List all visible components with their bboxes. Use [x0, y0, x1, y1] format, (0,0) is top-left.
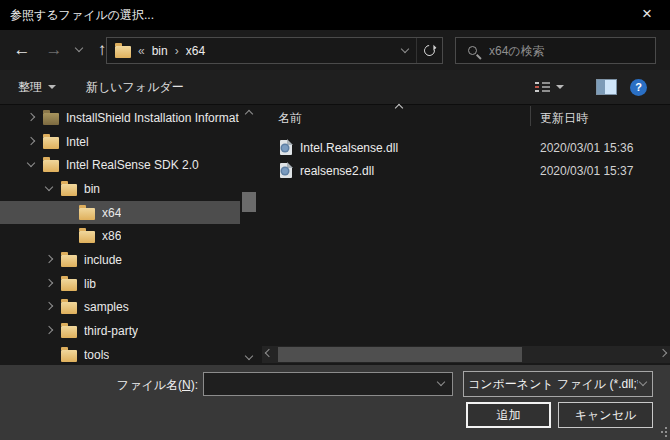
- column-divider[interactable]: [530, 106, 531, 126]
- new-folder-label: 新しいフォルダー: [86, 79, 184, 96]
- filename-dropdown-icon[interactable]: [436, 379, 446, 389]
- folder-icon: [61, 326, 77, 338]
- address-bar[interactable]: « bin › x64: [106, 37, 443, 64]
- tree-expander-icon[interactable]: [26, 113, 36, 123]
- search-box[interactable]: [455, 37, 656, 64]
- command-toolbar: 整理 新しいフォルダー ?: [0, 70, 670, 105]
- tree-item-label: samples: [84, 300, 129, 314]
- tree-expander-icon[interactable]: [62, 231, 72, 241]
- folder-icon: [61, 302, 77, 314]
- tree-item-label: x86: [102, 229, 121, 243]
- tree-scrollbar[interactable]: [241, 106, 257, 365]
- tree-item-label: InstallShield Installation Informat: [66, 111, 239, 125]
- file-dialog-window: 参照するファイルの選択... × ← → ↑ « bin › x64 整理: [0, 0, 670, 440]
- views-icon: [535, 81, 550, 93]
- folder-icon: [61, 255, 77, 267]
- filename-label: ファイル名(N):: [0, 377, 198, 394]
- tree-item[interactable]: include: [0, 248, 240, 272]
- folder-icon: [79, 208, 95, 220]
- filename-input[interactable]: [204, 373, 436, 395]
- dll-file-icon: [280, 140, 292, 155]
- scroll-down-icon[interactable]: [244, 353, 254, 363]
- dialog-footer: ファイル名(N): コンポーネント ファイル (*.dll;*.tlb;*. 追…: [0, 365, 670, 440]
- file-name: realsense2.dll: [300, 164, 374, 178]
- file-list: 名前 更新日時 Intel.Realsense.dll 2020/03/01 1…: [262, 106, 670, 365]
- organize-button[interactable]: 整理: [18, 70, 56, 104]
- breadcrumb-separator-icon[interactable]: ›: [168, 44, 186, 58]
- help-button[interactable]: ?: [630, 70, 647, 104]
- close-icon[interactable]: ×: [624, 0, 670, 30]
- tree-scroll-thumb[interactable]: [242, 192, 256, 212]
- tree-expander-icon[interactable]: [26, 137, 36, 147]
- column-header-name[interactable]: 名前: [278, 110, 302, 127]
- folder-icon: [61, 279, 77, 291]
- tree-expander-icon[interactable]: [44, 326, 54, 336]
- views-button[interactable]: [535, 70, 564, 104]
- folder-icon: [43, 137, 59, 149]
- file-list-header: 名前 更新日時: [262, 104, 670, 130]
- tree-expander-icon[interactable]: [44, 184, 54, 194]
- tree-expander-icon[interactable]: [44, 255, 54, 265]
- search-input[interactable]: [487, 43, 655, 59]
- column-header-modified[interactable]: 更新日時: [540, 110, 588, 127]
- tree-item-label: include: [84, 253, 122, 267]
- filename-combobox[interactable]: [203, 372, 453, 396]
- tree-item[interactable]: x86: [0, 224, 240, 248]
- tree-item[interactable]: lib: [0, 272, 240, 296]
- tree-expander-icon[interactable]: [26, 160, 36, 170]
- tree-expander-icon[interactable]: [44, 279, 54, 289]
- file-row[interactable]: Intel.Realsense.dll 2020/03/01 15:36: [262, 136, 670, 159]
- resize-grip-icon[interactable]: [657, 427, 667, 437]
- file-modified-date: 2020/03/01 15:37: [540, 164, 633, 178]
- preview-pane-icon: [596, 79, 617, 95]
- folder-icon: [43, 113, 59, 125]
- tree-expander-icon[interactable]: [62, 208, 72, 218]
- refresh-icon[interactable]: [416, 38, 442, 63]
- scroll-up-icon[interactable]: [244, 108, 254, 118]
- tree-item-label: third-party: [84, 324, 138, 338]
- new-folder-button[interactable]: 新しいフォルダー: [86, 70, 184, 104]
- tree-expander-icon[interactable]: [44, 350, 54, 360]
- scroll-left-icon[interactable]: [264, 349, 274, 359]
- horizontal-scroll-thumb[interactable]: [278, 347, 522, 362]
- dll-file-icon: [280, 163, 292, 178]
- breadcrumb-overflow-icon[interactable]: «: [131, 44, 152, 58]
- add-button[interactable]: 追加: [466, 402, 551, 428]
- cancel-button[interactable]: キャンセル: [558, 402, 653, 428]
- file-row[interactable]: realsense2.dll 2020/03/01 15:37: [262, 159, 670, 182]
- tree-item-label: tools: [84, 348, 109, 362]
- tree-expander-icon[interactable]: [44, 302, 54, 312]
- help-icon: ?: [630, 79, 647, 96]
- tree-item[interactable]: bin: [0, 177, 240, 201]
- tree-item[interactable]: tools: [0, 343, 240, 365]
- tree-item[interactable]: InstallShield Installation Informat: [0, 106, 240, 130]
- dialog-title: 参照するファイルの選択...: [10, 0, 154, 30]
- tree-item[interactable]: third-party: [0, 319, 240, 343]
- folder-icon: [43, 160, 59, 172]
- tree-item-label: Intel: [66, 135, 89, 149]
- tree-item[interactable]: samples: [0, 296, 240, 320]
- filetype-dropdown[interactable]: コンポーネント ファイル (*.dll;*.tlb;*.: [463, 371, 653, 397]
- folder-icon: [79, 231, 95, 243]
- file-modified-date: 2020/03/01 15:36: [540, 141, 633, 155]
- back-icon[interactable]: ←: [8, 36, 36, 64]
- forward-icon: →: [40, 36, 68, 64]
- tree-item[interactable]: Intel RealSense SDK 2.0: [0, 153, 240, 177]
- navigation-bar: ← → ↑ « bin › x64: [0, 30, 670, 70]
- tree-item-label: Intel RealSense SDK 2.0: [66, 158, 199, 172]
- tree-item[interactable]: Intel: [0, 130, 240, 154]
- preview-pane-button[interactable]: [596, 70, 617, 104]
- scroll-right-icon[interactable]: [658, 349, 668, 359]
- history-chevron-icon[interactable]: [70, 36, 88, 64]
- organize-label: 整理: [18, 79, 42, 96]
- tree-item-label: lib: [84, 277, 96, 291]
- tree-item[interactable]: x64: [0, 201, 240, 225]
- horizontal-scrollbar[interactable]: [262, 346, 670, 363]
- organize-dropdown-icon: [48, 85, 56, 89]
- folder-icon: [61, 350, 77, 362]
- breadcrumb-segment-x64[interactable]: x64: [186, 44, 205, 58]
- tree-item-label: bin: [84, 182, 100, 196]
- breadcrumb-segment-bin[interactable]: bin: [152, 44, 168, 58]
- views-dropdown-icon: [556, 85, 564, 89]
- address-dropdown-icon[interactable]: [394, 38, 416, 63]
